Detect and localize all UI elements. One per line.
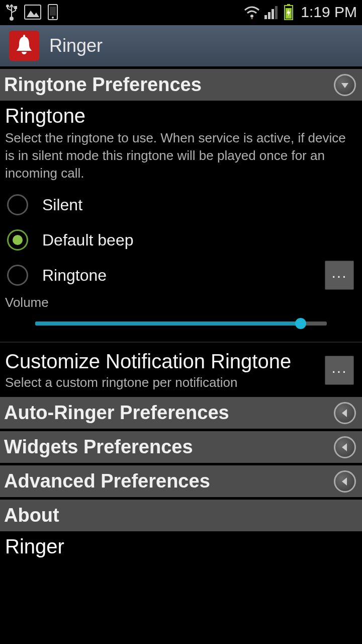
slider-thumb-icon (295, 318, 306, 329)
svg-point-7 (52, 17, 54, 19)
divider (0, 342, 362, 343)
ringtone-block: Ringtone Select the ringtone to use. Whe… (0, 102, 362, 310)
customize-title: Customize Notification Ringtone (5, 350, 325, 373)
status-time: 1:19 PM (301, 4, 357, 21)
volume-slider[interactable] (35, 321, 327, 326)
chevron-down-icon (334, 74, 356, 96)
svg-marker-4 (27, 11, 39, 17)
radio-icon (7, 265, 28, 286)
ringtone-description: Select the ringtone to use. When service… (5, 129, 357, 182)
app-bell-icon (9, 31, 39, 61)
svg-marker-21 (342, 443, 347, 451)
battery-icon (284, 4, 294, 20)
image-icon (24, 5, 41, 20)
section-title: About (4, 505, 59, 526)
radio-icon (7, 194, 28, 215)
customize-more-button[interactable]: ... (325, 356, 354, 385)
wifi-icon (243, 5, 260, 19)
section-ringtone-preferences[interactable]: Ringtone Preferences (0, 67, 362, 102)
svg-marker-9 (251, 18, 253, 19)
section-auto-ringer-preferences[interactable]: Auto-Ringer Preferences (0, 395, 362, 430)
svg-marker-22 (342, 477, 347, 486)
section-widgets-preferences[interactable]: Widgets Preferences (0, 430, 362, 464)
section-about[interactable]: About (0, 498, 362, 532)
ringtone-more-button[interactable]: ... (325, 261, 354, 290)
radio-label: Default beep (42, 231, 133, 250)
svg-marker-20 (342, 409, 347, 417)
section-title: Advanced Preferences (4, 470, 210, 492)
svg-rect-12 (272, 9, 274, 19)
svg-point-2 (10, 17, 13, 20)
ringtone-title: Ringtone (5, 105, 357, 127)
chevron-left-icon (334, 436, 356, 458)
svg-rect-18 (23, 35, 25, 38)
svg-rect-1 (15, 7, 17, 9)
svg-marker-19 (341, 83, 348, 88)
signal-icon (264, 5, 280, 19)
chevron-left-icon (334, 402, 356, 424)
chevron-left-icon (334, 470, 356, 493)
radio-icon (7, 229, 28, 251)
svg-point-8 (250, 15, 253, 18)
svg-point-0 (7, 5, 9, 7)
svg-rect-11 (268, 12, 270, 19)
volume-label: Volume (5, 295, 357, 310)
customize-description: Select a custom ringtone per notificatio… (5, 375, 325, 390)
radio-label: Ringtone (42, 266, 107, 285)
section-title: Widgets Preferences (4, 436, 193, 458)
section-title: Ringtone Preferences (4, 74, 202, 96)
svg-rect-6 (50, 7, 56, 16)
svg-rect-13 (275, 6, 278, 19)
svg-rect-10 (264, 15, 267, 19)
phone-icon (47, 4, 58, 21)
customize-notification-ringtone[interactable]: Customize Notification Ringtone Select a… (5, 348, 357, 395)
app-title: Ringer (49, 35, 103, 56)
action-bar: Ringer (0, 24, 362, 67)
section-title: Auto-Ringer Preferences (4, 402, 229, 424)
about-app-name: Ringer (5, 535, 357, 558)
radio-option-default-beep[interactable]: Default beep (5, 222, 357, 258)
section-advanced-preferences[interactable]: Advanced Preferences (0, 464, 362, 498)
about-content: Ringer (0, 532, 362, 561)
status-bar: 1:19 PM (0, 0, 362, 24)
usb-icon (5, 4, 18, 21)
radio-option-ringtone[interactable]: Ringtone (5, 258, 325, 293)
radio-option-silent[interactable]: Silent (5, 187, 357, 222)
radio-label: Silent (42, 196, 82, 214)
